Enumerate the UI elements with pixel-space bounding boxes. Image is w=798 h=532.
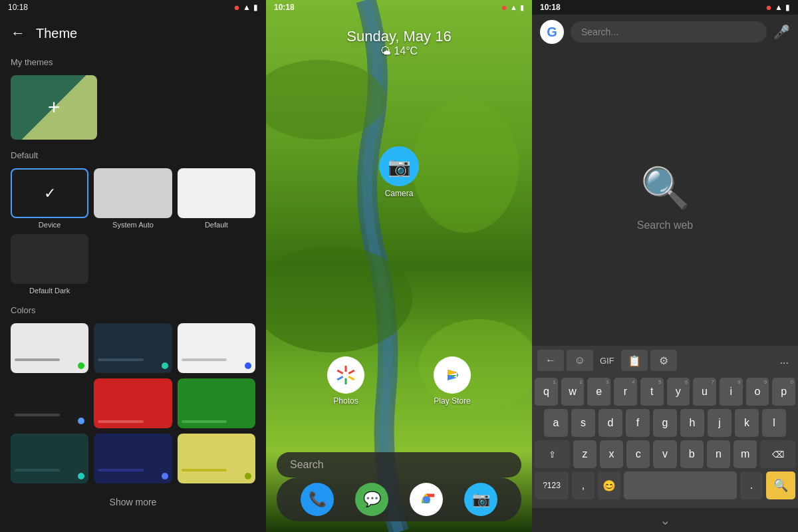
search-web-label: Search web [637, 219, 694, 231]
home-dock: 📞 💬 📷 [266, 477, 532, 521]
key-v[interactable]: v [653, 440, 676, 468]
theme-default-dark[interactable]: Default Dark [11, 234, 88, 295]
keyboard-toolbar: ← ☺ GIF 📋 ⚙ ... [532, 346, 798, 375]
key-d[interactable]: d [598, 409, 622, 437]
theme-default-dark-label: Default Dark [29, 287, 70, 295]
home-date-weather: Sunday, May 16 🌤 14°C [266, 15, 532, 64]
key-w[interactable]: w2 [561, 378, 585, 406]
back-button[interactable]: ← [11, 25, 25, 42]
colors-label: Colors [0, 300, 266, 318]
key-a[interactable]: a [544, 409, 568, 437]
photos-app-icon[interactable]: Photos [327, 356, 364, 406]
key-p[interactable]: p0 [772, 378, 795, 406]
color-theme-5[interactable] [94, 378, 172, 428]
theme-system-auto[interactable]: System Auto [94, 168, 172, 229]
kb-row-2: a s d f g h j k l [535, 409, 795, 437]
record-icon: ⏺ [233, 4, 240, 11]
color-theme-1[interactable] [11, 323, 88, 373]
color-theme-9[interactable] [178, 434, 255, 483]
key-h[interactable]: h [680, 409, 704, 437]
show-more-button[interactable]: Show more [0, 489, 266, 515]
wifi-icon: ▲ [243, 3, 251, 12]
photos-icon [327, 356, 364, 394]
theme-default[interactable]: Default [178, 168, 255, 229]
search-bar-placeholder: Search... [581, 27, 618, 37]
camera-icon: 📷 [379, 146, 419, 186]
search-big-icon: 🔍 [640, 164, 690, 211]
key-c[interactable]: c [626, 440, 650, 468]
key-symbols[interactable]: ?123 [535, 471, 569, 499]
photos-svg-icon [334, 363, 358, 387]
key-period[interactable]: . [740, 471, 763, 499]
key-emoji[interactable]: 😊 [598, 471, 620, 499]
add-theme-button[interactable]: + [11, 75, 97, 140]
color-theme-7[interactable] [11, 434, 88, 483]
key-m[interactable]: m [733, 440, 757, 468]
default-themes-grid: ✓ Device System Auto Default Default Dar… [0, 163, 266, 300]
svg-point-11 [423, 496, 430, 503]
key-r[interactable]: r4 [614, 378, 637, 406]
kb-row-1: q1 w2 e3 r4 t5 y6 u7 i8 o9 p0 [535, 378, 795, 406]
key-z[interactable]: z [573, 440, 597, 468]
google-search-header: G Search... 🎤 [532, 15, 798, 49]
chrome-svg [416, 489, 437, 510]
key-g[interactable]: g [653, 409, 677, 437]
key-b[interactable]: b [680, 440, 704, 468]
home-wifi-icon: ▲ [510, 3, 517, 11]
kb-settings-btn[interactable]: ⚙ [650, 350, 677, 371]
key-o[interactable]: o9 [746, 378, 769, 406]
kb-row-4: ?123 , 😊 . 🔍 [535, 471, 795, 499]
theme-header: ← Theme [0, 15, 266, 52]
kb-status-time: 10:18 [540, 3, 561, 12]
key-comma[interactable]: , [572, 471, 595, 499]
kb-back-btn[interactable]: ← [537, 350, 564, 371]
home-search-bar[interactable]: Search [277, 452, 521, 477]
color-theme-3[interactable] [178, 323, 255, 373]
nav-chevron[interactable]: ⌄ [660, 512, 671, 528]
key-t[interactable]: t5 [640, 378, 664, 406]
search-placeholder: Search [290, 459, 324, 470]
key-j[interactable]: j [708, 409, 732, 437]
theme-device[interactable]: ✓ Device [11, 168, 88, 229]
playstore-app-icon[interactable]: Play Store [434, 356, 471, 406]
home-record-icon: ⏺ [501, 4, 507, 11]
google-logo: G [540, 20, 564, 44]
messages-dock-icon[interactable]: 💬 [355, 483, 388, 516]
kb-more-btn[interactable]: ... [776, 354, 793, 366]
key-e[interactable]: e3 [587, 378, 610, 406]
key-n[interactable]: n [707, 440, 730, 468]
mic-icon[interactable]: 🎤 [773, 24, 790, 40]
key-u[interactable]: u7 [693, 378, 716, 406]
kb-emoji-btn[interactable]: ☺ [567, 350, 593, 371]
color-theme-8[interactable] [94, 434, 172, 483]
key-space[interactable] [624, 471, 737, 499]
kb-gif-btn[interactable]: GIF [596, 356, 618, 366]
key-k[interactable]: k [735, 409, 759, 437]
chrome-dock-icon[interactable] [410, 483, 443, 516]
key-y[interactable]: y6 [667, 378, 690, 406]
camera-dock-icon[interactable]: 📷 [464, 483, 497, 516]
kb-clipboard-btn[interactable]: 📋 [621, 350, 648, 371]
phone-dock-icon[interactable]: 📞 [301, 483, 334, 516]
color-theme-6[interactable] [178, 378, 255, 428]
key-shift[interactable]: ⇧ [535, 440, 570, 468]
google-search-bar[interactable]: Search... [571, 21, 767, 43]
key-q[interactable]: q1 [535, 378, 558, 406]
key-i[interactable]: i8 [720, 378, 743, 406]
colors-grid [0, 318, 266, 489]
kb-wifi-icon: ▲ [775, 3, 783, 12]
home-status-icons: ⏺ ▲ ▮ [501, 3, 524, 12]
key-x[interactable]: x [600, 440, 623, 468]
key-l[interactable]: l [762, 409, 786, 437]
key-f[interactable]: f [626, 409, 650, 437]
status-bar-theme: 10:18 ⏺ ▲ ▮ [0, 0, 266, 15]
kb-record-icon: ⏺ [765, 4, 772, 11]
key-search[interactable]: 🔍 [766, 471, 795, 499]
battery-icon: ▮ [253, 3, 258, 12]
key-s[interactable]: s [571, 409, 595, 437]
color-theme-2[interactable] [94, 323, 172, 373]
camera-dock-icon-inner: 📷 [464, 483, 497, 516]
color-theme-4[interactable] [11, 378, 88, 428]
key-backspace[interactable]: ⌫ [760, 440, 795, 468]
camera-floating-icon[interactable]: 📷 Camera [379, 146, 419, 198]
